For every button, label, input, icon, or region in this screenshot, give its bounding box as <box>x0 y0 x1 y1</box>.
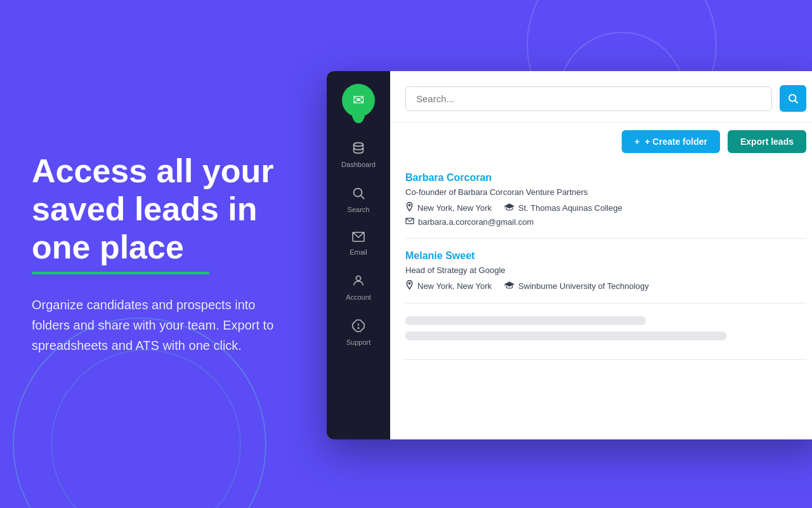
sidebar-label-account: Account <box>346 293 371 301</box>
sidebar-logo: ✉ <box>342 84 375 117</box>
lead-meta: New York, New York Swinburne University … <box>405 280 806 291</box>
action-row: + + Create folder Export leads <box>390 123 812 161</box>
lead-school-text: St. Thomas Aquinas College <box>518 203 622 213</box>
create-folder-label: + Create folder <box>645 137 707 147</box>
lead-card: Barbara Corcoran Co-founder of Barbara C… <box>405 161 806 239</box>
export-leads-label: Export leads <box>740 137 794 147</box>
skeleton-bar-short <box>405 316 646 325</box>
sidebar-item-account[interactable]: Account <box>327 265 390 310</box>
lead-school: Swinburne University of Technology <box>504 281 649 291</box>
svg-point-0 <box>354 143 363 147</box>
main-content: + + Create folder Export leads Barbara C… <box>390 71 812 439</box>
lead-meta: New York, New York St. Thomas Aquinas Co… <box>405 202 806 213</box>
sidebar-label-dashboard: Dashboard <box>341 161 376 168</box>
search-icon <box>351 186 365 202</box>
sidebar-label-support: Support <box>346 338 371 346</box>
sidebar: ✉ Dashboard Search <box>327 71 390 439</box>
hero-panel: Access all your saved leads in one place… <box>0 0 330 508</box>
app-window: ✉ Dashboard Search <box>327 71 812 439</box>
lead-school: St. Thomas Aquinas College <box>504 203 622 213</box>
svg-line-2 <box>361 196 364 199</box>
support-icon <box>351 319 365 335</box>
school-icon <box>504 281 514 291</box>
email-icon <box>351 231 365 244</box>
hero-title-line1: Access all your <box>32 152 274 189</box>
leads-list: Barbara Corcoran Co-founder of Barbara C… <box>390 161 812 439</box>
lead-email-text: barbara.a.corcoran@gmail.com <box>418 217 534 227</box>
lead-location-text: New York, New York <box>417 203 492 213</box>
svg-point-8 <box>789 95 796 102</box>
location-icon <box>405 280 414 291</box>
export-leads-button[interactable]: Export leads <box>728 130 806 153</box>
hero-title: Access all your saved leads in one place <box>32 152 298 266</box>
svg-line-9 <box>795 100 797 103</box>
search-input[interactable] <box>405 86 772 111</box>
search-submit-button[interactable] <box>780 85 806 112</box>
search-input-wrapper <box>405 86 772 111</box>
lead-location: New York, New York <box>405 202 492 213</box>
hero-underline <box>32 272 209 274</box>
school-icon <box>504 203 514 213</box>
search-submit-icon <box>787 93 799 104</box>
hero-subtitle: Organize candidates and prospects into f… <box>32 295 285 356</box>
lead-name[interactable]: Barbara Corcoran <box>405 172 806 184</box>
svg-point-1 <box>354 189 362 197</box>
lead-email: barbara.a.corcoran@gmail.com <box>405 217 806 227</box>
hero-title-line3: one place <box>32 229 184 265</box>
search-bar-row <box>390 71 812 123</box>
logo-envelope-icon: ✉ <box>353 92 364 109</box>
lead-name[interactable]: Melanie Sweet <box>405 250 806 262</box>
sidebar-item-support[interactable]: Support <box>327 310 390 355</box>
email-icon <box>405 217 414 227</box>
svg-point-7 <box>358 328 358 328</box>
lead-job-title: Co-founder of Barbara Corcoran Venture P… <box>405 187 806 197</box>
account-icon <box>351 274 365 290</box>
lead-location: New York, New York <box>405 280 492 291</box>
sidebar-label-email: Email <box>350 248 367 256</box>
skeleton-bar-long <box>405 331 726 340</box>
dashboard-icon <box>351 141 365 157</box>
svg-point-4 <box>356 276 360 281</box>
plus-icon: + <box>634 137 639 147</box>
lead-card: Melanie Sweet Head of Strategy at Google… <box>405 239 806 304</box>
sidebar-label-search: Search <box>348 206 370 213</box>
hero-title-line2: saved leads in <box>32 190 258 227</box>
logo-search-dot <box>353 113 363 123</box>
create-folder-button[interactable]: + + Create folder <box>622 130 720 153</box>
lead-job-title: Head of Strategy at Google <box>405 265 806 275</box>
svg-point-10 <box>409 204 410 206</box>
sidebar-item-email[interactable]: Email <box>327 222 390 265</box>
lead-location-text: New York, New York <box>417 281 492 291</box>
sidebar-item-search[interactable]: Search <box>327 177 390 222</box>
lead-school-text: Swinburne University of Technology <box>518 281 649 291</box>
skeleton-row <box>405 304 806 360</box>
sidebar-item-dashboard[interactable]: Dashboard <box>327 132 390 177</box>
svg-point-12 <box>409 283 410 284</box>
location-icon <box>405 202 414 213</box>
